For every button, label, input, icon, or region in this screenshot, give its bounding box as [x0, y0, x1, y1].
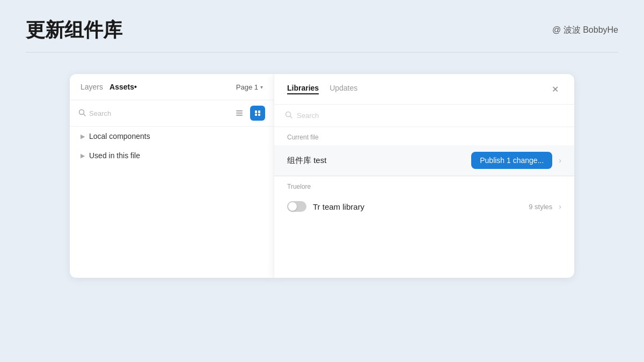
svg-rect-6: [258, 110, 260, 113]
tab-assets[interactable]: Assets•: [109, 83, 137, 91]
library-styles: 9 styles: [529, 203, 552, 211]
right-panel: Libraries Updates ✕ Search Current file …: [274, 74, 574, 278]
close-icon: ✕: [552, 84, 559, 94]
library-row: Tr team library 9 styles ›: [287, 196, 561, 217]
chevron-down-icon: ▾: [260, 84, 263, 90]
expand-arrow-icon: ▶: [80, 133, 85, 140]
svg-rect-5: [255, 110, 257, 113]
right-search: Search: [274, 105, 574, 127]
svg-rect-3: [236, 113, 243, 114]
truelore-label: Truelore: [287, 183, 561, 190]
page-title: 更新组件库: [26, 17, 122, 43]
used-in-file-item[interactable]: ▶ Used in this file: [70, 146, 274, 165]
right-search-icon: [285, 111, 292, 120]
right-panel-header: Libraries Updates ✕: [274, 74, 574, 105]
left-panel: Layers Assets• Page 1 ▾ Search: [70, 74, 274, 278]
left-panel-header: Layers Assets• Page 1 ▾: [70, 74, 274, 100]
file-row-chevron-icon[interactable]: ›: [559, 156, 561, 165]
tabs-left: Layers Assets•: [80, 83, 137, 91]
file-row: 组件库 test Publish 1 change... ›: [274, 145, 574, 176]
library-row-chevron-icon[interactable]: ›: [559, 202, 561, 211]
local-components-label: Local components: [89, 132, 150, 141]
file-name: 组件库 test: [287, 156, 465, 166]
svg-rect-4: [236, 115, 243, 116]
search-placeholder: Search: [89, 109, 111, 117]
search-icon: [78, 109, 86, 118]
search-bar-inner: Search: [78, 109, 228, 118]
svg-rect-7: [255, 114, 257, 116]
close-button[interactable]: ✕: [548, 83, 561, 95]
library-name: Tr team library: [313, 202, 522, 211]
truelore-section: Truelore Tr team library 9 styles ›: [274, 176, 574, 221]
used-in-file-label: Used in this file: [89, 151, 140, 160]
right-search-placeholder: Search: [297, 112, 319, 120]
tab-libraries[interactable]: Libraries: [287, 84, 319, 94]
page-header: 更新组件库 @ 波波 BobbyHe: [0, 0, 644, 43]
book-view-button[interactable]: [250, 106, 265, 121]
svg-rect-8: [258, 114, 260, 116]
main-content: Layers Assets• Page 1 ▾ Search: [0, 53, 644, 299]
local-components-item[interactable]: ▶ Local components: [70, 127, 274, 146]
right-tabs: Libraries Updates: [287, 84, 357, 94]
publish-button[interactable]: Publish 1 change...: [471, 152, 552, 169]
page-author: @ 波波 BobbyHe: [552, 25, 618, 36]
page-selector[interactable]: Page 1 ▾: [236, 83, 263, 91]
svg-line-1: [84, 114, 86, 116]
expand-arrow-icon-2: ▶: [80, 152, 85, 159]
search-bar: Search: [70, 100, 274, 127]
page-selector-label: Page 1: [236, 83, 258, 91]
list-view-button[interactable]: [232, 106, 247, 121]
current-file-label: Current file: [274, 127, 574, 145]
tab-updates[interactable]: Updates: [330, 84, 357, 94]
svg-line-10: [290, 116, 292, 119]
tab-layers[interactable]: Layers: [80, 83, 103, 91]
library-toggle[interactable]: [287, 201, 306, 212]
toolbar-icons: [232, 106, 265, 121]
svg-rect-2: [236, 110, 243, 112]
